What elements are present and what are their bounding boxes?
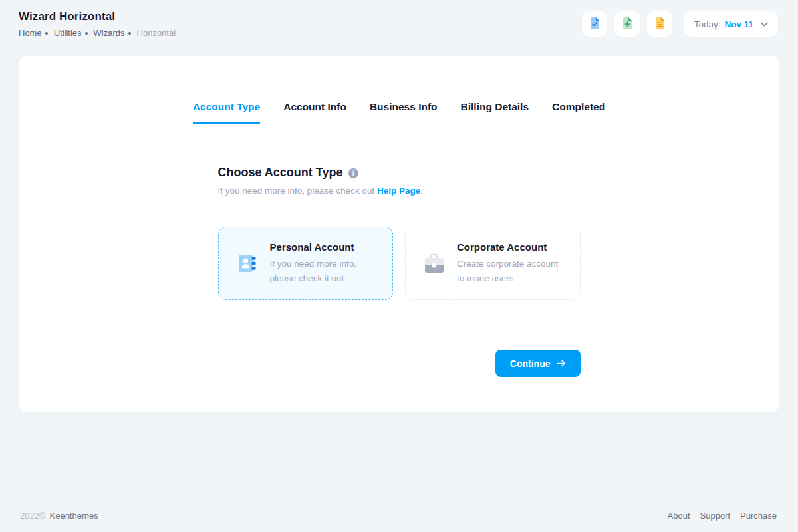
subtitle-text: If you need more info, please check out	[218, 186, 375, 196]
breadcrumb-wizards[interactable]: Wizards	[94, 28, 125, 38]
tab-completed[interactable]: Completed	[552, 101, 605, 124]
option-description: If you need more info, please check it o…	[270, 257, 380, 285]
help-page-link[interactable]: Help Page	[377, 186, 420, 196]
subtitle-suffix: .	[420, 186, 423, 196]
address-book-icon	[235, 253, 259, 274]
tab-account-info[interactable]: Account Info	[283, 101, 346, 124]
header-actions: Today: Nov 11	[582, 11, 778, 37]
file-check-button[interactable]	[582, 11, 607, 37]
breadcrumb-utilities[interactable]: Utilities	[54, 28, 82, 38]
file-text-button[interactable]	[647, 11, 672, 37]
option-text: Personal Account If you need more info, …	[270, 241, 380, 285]
copyright-text: 2022©	[20, 511, 46, 521]
breadcrumb-separator	[128, 32, 131, 35]
info-icon[interactable]: i	[348, 168, 358, 178]
breadcrumb-separator	[85, 32, 88, 35]
tab-business-info[interactable]: Business Info	[370, 101, 438, 124]
footer-link-purchase[interactable]: Purchase	[740, 511, 777, 521]
date-picker-button[interactable]: Today: Nov 11	[684, 11, 778, 37]
page-heading: Wizard Horizontal Home Utilities Wizards…	[19, 10, 176, 38]
footer-links: About Support Purchase	[668, 511, 777, 521]
footer-link-support[interactable]: Support	[700, 511, 731, 521]
option-corporate-account[interactable]: Corporate Account Create corporate accou…	[405, 227, 581, 300]
wizard-step-content: Choose Account Type i If you need more i…	[218, 166, 581, 377]
option-personal-account[interactable]: Personal Account If you need more info, …	[218, 227, 394, 300]
continue-button[interactable]: Continue	[495, 350, 581, 377]
page-title: Wizard Horizontal	[19, 10, 176, 23]
chevron-down-icon	[761, 22, 768, 27]
file-plus-icon	[620, 17, 634, 32]
breadcrumb: Home Utilities Wizards Horizontal	[19, 28, 176, 38]
file-plus-button[interactable]	[614, 11, 640, 37]
breadcrumb-home[interactable]: Home	[19, 28, 42, 38]
breadcrumb-separator	[45, 32, 48, 35]
file-check-icon	[588, 17, 601, 32]
account-type-options: Personal Account If you need more info, …	[218, 227, 581, 300]
breadcrumb-current: Horizontal	[137, 28, 176, 38]
option-text: Corporate Account Create corporate accou…	[457, 241, 567, 285]
continue-label: Continue	[510, 358, 551, 369]
option-description: Create corporate account to mane users	[457, 257, 567, 285]
step-subtitle: If you need more info, please check out …	[218, 186, 581, 196]
tab-billing-details[interactable]: Billing Details	[461, 101, 529, 124]
keenthemes-link[interactable]: Keenthemes	[50, 511, 98, 521]
page-footer: 2022© Keenthemes About Support Purchase	[0, 499, 798, 532]
wizard-steps: Account Type Account Info Business Info …	[19, 56, 779, 124]
arrow-right-icon	[557, 358, 566, 369]
wizard-card: Account Type Account Info Business Info …	[19, 56, 779, 412]
briefcase-icon	[422, 253, 446, 274]
option-title: Corporate Account	[457, 241, 567, 253]
option-title: Personal Account	[270, 241, 380, 253]
date-value: Nov 11	[724, 19, 753, 29]
page-header: Wizard Horizontal Home Utilities Wizards…	[0, 0, 798, 48]
file-text-icon	[653, 17, 666, 32]
footer-link-about[interactable]: About	[668, 511, 690, 521]
date-label: Today:	[694, 19, 721, 29]
tab-account-type[interactable]: Account Type	[193, 101, 260, 124]
step-title: Choose Account Type	[218, 166, 343, 180]
